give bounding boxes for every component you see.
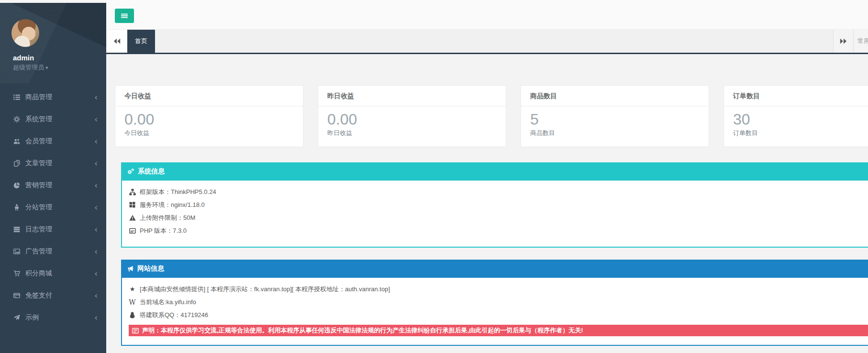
info-row-text: 当前域名:ka.yifu.info — [140, 298, 196, 307]
admin-dashboard: admin 超级管理员▾ 商品管理 ‹ 系统管理 ‹ 会员管理 ‹ 文章管理 — [0, 0, 868, 353]
list-icon — [13, 94, 21, 101]
chevron-left-icon: ‹ — [94, 270, 98, 278]
top-toolbar — [106, 0, 868, 30]
star-icon: ★ — [129, 285, 136, 293]
site-info-body: ★ [本商城由安然倾情提供] [ 本程序演示站：fk.vanran.top][ … — [121, 278, 868, 346]
stat-card-value: 0.00 — [124, 111, 294, 128]
sidebar-item-label: 广告管理 — [25, 247, 52, 256]
sidebar-item-marketing[interactable]: 营销管理 ‹ — [0, 174, 106, 196]
stat-card-title: 订单数目 — [724, 86, 868, 106]
wikipedia-w-icon: W — [129, 298, 136, 306]
sidebar-toggle-button[interactable] — [115, 9, 134, 23]
chevron-left-icon: ‹ — [94, 137, 98, 146]
stat-card-orders-count: 订单数目 30订单数目 — [723, 85, 868, 147]
site-info-title: 网站信息 — [137, 264, 164, 273]
credit-card-icon — [13, 292, 21, 299]
stat-card-sublabel: 昨日收益 — [327, 129, 497, 137]
avatar[interactable] — [11, 19, 39, 47]
stat-card-value: 0.00 — [327, 111, 497, 128]
tabs-scroll-right-button[interactable] — [833, 30, 853, 53]
tabs-more-label: 常用 — [857, 37, 868, 46]
sidebar-item-points-mall[interactable]: 积分商城 ‹ — [0, 262, 106, 285]
caret-down-icon: ▾ — [45, 65, 48, 70]
stat-card-yesterday-income: 昨日收益 0.00昨日收益 — [318, 85, 506, 147]
tabs-scroll-left-button[interactable] — [106, 30, 127, 53]
sidebar-item-label: 营销管理 — [25, 181, 52, 190]
chevron-left-icon: ‹ — [94, 226, 98, 234]
bullhorn-icon — [127, 265, 134, 272]
info-row-contact-qq: 搭建联系QQ：41719246 — [129, 308, 868, 321]
display-icon — [129, 228, 136, 234]
sidebar-item-articles[interactable]: 文章管理 ‹ — [0, 152, 106, 174]
tab-home-label: 首页 — [135, 37, 147, 46]
role-dropdown[interactable]: 超级管理员▾ — [13, 63, 106, 72]
chevron-left-icon: ‹ — [94, 314, 98, 322]
chevron-left-icon: ‹ — [94, 93, 98, 102]
chevron-left-icon: ‹ — [94, 115, 98, 124]
username: admin — [13, 54, 106, 62]
stat-cards-row: 今日收益 0.00今日收益 昨日收益 0.00昨日收益 商品数目 5商品数目 订… — [115, 85, 868, 147]
tab-home[interactable]: 首页 — [127, 30, 155, 53]
newspaper-icon — [132, 328, 139, 334]
stat-card-title: 商品数目 — [521, 86, 709, 106]
tabs-more-dropdown[interactable]: 常用 — [853, 30, 868, 53]
main-area: 首页 常用 今日收益 0.00今日收益 昨日收益 0.00昨日收益 商品数目 5… — [106, 0, 868, 353]
sidebar-item-system[interactable]: 系统管理 ‹ — [0, 108, 106, 130]
disclaimer-banner: 声明：本程序仅供学习交流,正规等合法使用。利用本程序从事任何违反中国法律法规的行… — [129, 325, 868, 336]
sidebar-item-members[interactable]: 会员管理 ‹ — [0, 130, 106, 152]
info-row-provider: ★ [本商城由安然倾情提供] [ 本程序演示站：fk.vanran.top][ … — [129, 283, 868, 296]
sidebar-item-goods[interactable]: 商品管理 ‹ — [0, 86, 106, 108]
backward-icon — [113, 38, 121, 44]
stat-card-sublabel: 商品数目 — [530, 129, 700, 137]
stat-card-title: 今日收益 — [115, 86, 303, 106]
stat-card-sublabel: 今日收益 — [124, 129, 294, 137]
stat-card-value: 30 — [733, 111, 868, 128]
page-tabs: 首页 常用 — [106, 30, 868, 54]
sidebar-item-example[interactable]: 示例 ‹ — [0, 307, 106, 329]
site-info-header: 网站信息 — [121, 260, 868, 278]
system-info-header: 系统信息 — [121, 162, 868, 181]
sidebar-profile: admin 超级管理员▾ — [0, 3, 106, 83]
stat-card-sublabel: 订单数目 — [733, 129, 868, 137]
system-info-body: 框架版本：ThinkPHP5.0.24 服务环境：nginx/1.18.0 上传… — [121, 181, 868, 248]
sidebar-item-substation[interactable]: 分站管理 ‹ — [0, 196, 106, 218]
info-row-text: 框架版本：ThinkPHP5.0.24 — [140, 188, 216, 196]
stat-card-value: 5 — [530, 111, 700, 128]
sidebar-item-ads[interactable]: 广告管理 ‹ — [0, 240, 106, 262]
system-info-panel: 系统信息 框架版本：ThinkPHP5.0.24 服务环境：nginx/1.18… — [121, 162, 868, 248]
qq-icon — [129, 312, 136, 319]
sidebar-item-logs[interactable]: 日志管理 ‹ — [0, 218, 106, 240]
sidebar-item-label: 日志管理 — [25, 225, 52, 234]
forward-icon — [840, 38, 847, 44]
gear-icon — [13, 116, 21, 123]
chevron-left-icon: ‹ — [94, 204, 98, 212]
logs-icon — [13, 226, 21, 233]
sidebar-item-label: 文章管理 — [25, 159, 52, 168]
stat-card-title: 昨日收益 — [318, 86, 506, 106]
info-row-upload-limit: 上传附件限制：50M — [129, 211, 868, 224]
sidebar-item-label: 免签支付 — [25, 291, 52, 300]
stat-card-goods-count: 商品数目 5商品数目 — [521, 85, 709, 147]
sidebar: admin 超级管理员▾ 商品管理 ‹ 系统管理 ‹ 会员管理 ‹ 文章管理 — [0, 3, 106, 353]
info-row-text: 搭建联系QQ：41719246 — [140, 311, 208, 319]
stat-card-today-income: 今日收益 0.00今日收益 — [115, 85, 303, 147]
files-icon — [13, 160, 21, 167]
info-row-domain: W 当前域名:ka.yifu.info — [129, 296, 868, 308]
person-icon — [13, 204, 21, 211]
chevron-left-icon: ‹ — [94, 182, 98, 190]
pie-chart-icon — [13, 182, 21, 189]
cart-icon — [13, 270, 21, 277]
sidebar-item-label: 会员管理 — [25, 137, 52, 146]
sidebar-item-label: 商品管理 — [25, 93, 52, 102]
hamburger-icon — [121, 12, 128, 19]
info-row-text: 服务环境：nginx/1.18.0 — [140, 201, 205, 209]
users-icon — [13, 138, 21, 145]
sitemap-icon — [129, 189, 136, 195]
info-row-server: 服务环境：nginx/1.18.0 — [129, 198, 868, 211]
sidebar-menu: 商品管理 ‹ 系统管理 ‹ 会员管理 ‹ 文章管理 ‹ 营销管理 ‹ — [0, 83, 106, 329]
info-row-text: [本商城由安然倾情提供] [ 本程序演示站：fk.vanran.top][ 本程… — [140, 285, 390, 294]
site-info-panel: 网站信息 ★ [本商城由安然倾情提供] [ 本程序演示站：fk.vanran.t… — [121, 260, 868, 346]
sidebar-item-payment[interactable]: 免签支付 ‹ — [0, 285, 106, 307]
chevron-left-icon: ‹ — [94, 292, 98, 300]
image-icon — [13, 248, 21, 255]
